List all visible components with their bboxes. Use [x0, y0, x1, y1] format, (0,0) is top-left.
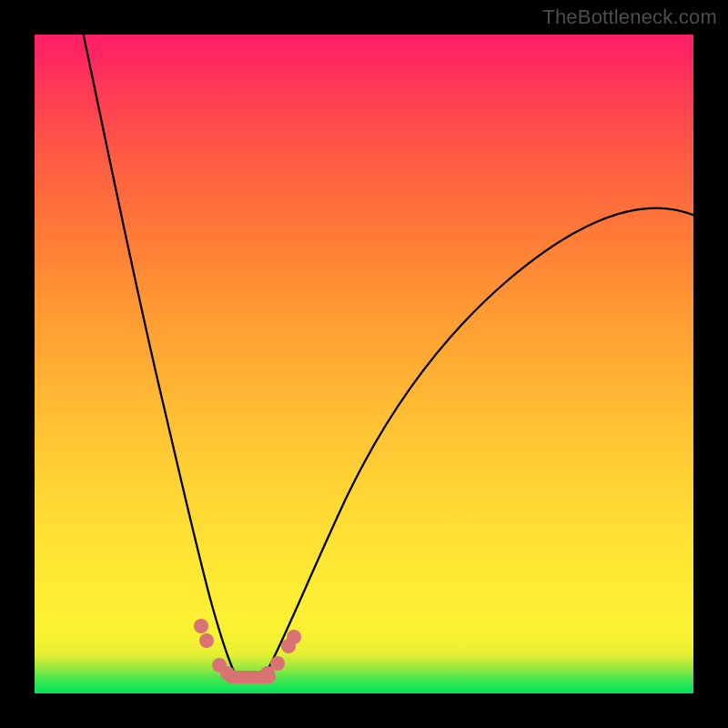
- left-curve: [82, 35, 235, 673]
- marker-dot: [194, 619, 208, 633]
- watermark-text: TheBottleneck.com: [542, 5, 717, 29]
- marker-dot: [220, 666, 235, 681]
- marker-dot: [199, 633, 214, 648]
- plot-area: [35, 35, 693, 693]
- chart-frame: TheBottleneck.com: [0, 0, 728, 728]
- chart-svg: [35, 35, 693, 693]
- right-curve: [266, 207, 693, 673]
- marker-dot: [270, 656, 285, 671]
- marker-dot: [287, 630, 301, 644]
